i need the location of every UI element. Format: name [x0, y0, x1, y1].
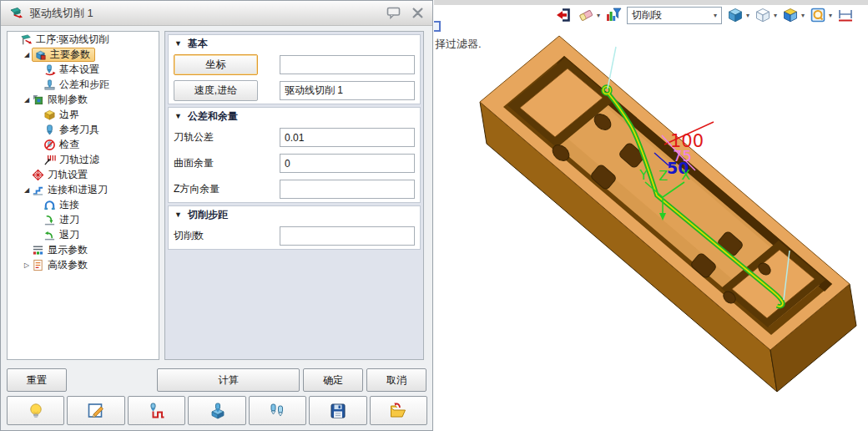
tree-item-边界[interactable]: 边界: [8, 107, 159, 122]
tree-item-content[interactable]: 边界: [43, 108, 82, 122]
tree-item-content[interactable]: 限制参数: [32, 93, 90, 107]
edit-display-button[interactable]: [67, 396, 124, 425]
tree-item-label: 连接和进退刀: [45, 183, 110, 197]
save-button[interactable]: [309, 396, 366, 425]
dialog-footer: 重置计算确定取消: [7, 368, 427, 392]
tree-item-content[interactable]: 参考刀具: [43, 123, 102, 137]
wireframe-cube-dropdown-caret[interactable]: ▾: [774, 12, 777, 19]
locate-tool[interactable]: [809, 6, 827, 24]
wireframe-cube-tool[interactable]: [754, 6, 772, 24]
tree-item-参考刀具[interactable]: 参考刀具: [8, 122, 159, 137]
tree-item-content[interactable]: 公差和步距: [43, 78, 112, 92]
expanded-arrow-icon[interactable]: ◢: [22, 96, 32, 104]
segment-type-dropdown[interactable]: 切削段▾: [627, 7, 722, 24]
tree-item-label: 主要参数: [48, 48, 93, 62]
axis-y-label: Y: [638, 167, 648, 183]
eraser-dropdown-caret[interactable]: ▾: [597, 12, 600, 19]
clipped-prompt-icon: [434, 21, 441, 32]
tree-item-content[interactable]: 工序:驱动线切削: [20, 33, 111, 47]
engage-icon: [43, 214, 56, 226]
tree-item-content[interactable]: 退刀: [43, 228, 82, 242]
collapse-triangle-icon[interactable]: ▼: [174, 39, 182, 48]
tree-item-content[interactable]: 显示参数: [32, 243, 90, 257]
tree-selection-highlight[interactable]: 主要参数: [32, 48, 95, 62]
feeds-speeds-input[interactable]: [280, 81, 415, 100]
operation-dialog: 驱动线切削 1 工序:驱动线切削◢主要参数基本设置公差和步距◢限制参数边界参考刀…: [0, 0, 433, 431]
tree-item-进刀[interactable]: 进刀: [8, 212, 159, 227]
eraser-icon: [578, 7, 594, 23]
graphics-viewport[interactable]: 100 75 50 Y Z X 择过滤器. ▾切削段▾▾▾▾▾: [434, 0, 868, 431]
part-3d-view[interactable]: 100 75 50 Y Z X: [434, 0, 868, 431]
boundary-icon: [43, 109, 56, 121]
collapsed-arrow-icon[interactable]: ▷: [22, 261, 32, 269]
tree-item-高级参数[interactable]: ▷高级参数: [8, 257, 159, 272]
tree-item-刀轨设置[interactable]: 刀轨设置: [8, 167, 159, 182]
ok-button[interactable]: 确定: [303, 368, 363, 392]
verify-toolpath-button[interactable]: [128, 396, 185, 425]
lightbulb-icon: [26, 401, 46, 421]
group-header[interactable]: ▼公差和余量: [169, 108, 420, 124]
close-icon[interactable]: [411, 8, 424, 18]
eraser-tool[interactable]: [577, 6, 595, 24]
expanded-arrow-icon[interactable]: ◢: [22, 51, 32, 58]
tree-item-工序:驱动线切削[interactable]: 工序:驱动线切削: [8, 32, 159, 47]
dialog-titlebar[interactable]: 驱动线切削 1: [1, 1, 432, 26]
tree-item-连接和进退刀[interactable]: ◢连接和进退刀: [8, 182, 159, 197]
tool-display-button[interactable]: [249, 396, 306, 425]
measure-icon: [837, 7, 854, 23]
section-cube-tool[interactable]: [781, 6, 800, 24]
group-header[interactable]: ▼基本: [169, 35, 420, 52]
simulate-3d-button[interactable]: [188, 396, 245, 425]
coordinates-button[interactable]: 坐标: [174, 54, 258, 75]
cut-count-label: 切削数: [174, 229, 204, 243]
collapse-triangle-icon[interactable]: ▼: [174, 112, 182, 120]
finish-tool[interactable]: [554, 6, 573, 24]
dialog-icon-toolbar: [7, 396, 427, 425]
tree-item-content[interactable]: 基本设置: [43, 63, 102, 77]
tree-item-公差和步距[interactable]: 公差和步距: [8, 77, 159, 92]
dialog-title: 驱动线切削 1: [30, 6, 376, 21]
reset-button[interactable]: 重置: [7, 368, 67, 392]
tree-item-content[interactable]: 连接: [43, 198, 82, 212]
color-filter-tool[interactable]: [604, 6, 623, 24]
tree-item-content[interactable]: 高级参数: [32, 258, 90, 272]
tree-item-显示参数[interactable]: 显示参数: [8, 242, 159, 257]
tree-item-刀轨过滤[interactable]: 刀轨过滤: [8, 152, 159, 167]
feeds-speeds-button[interactable]: 速度,进给: [174, 80, 258, 101]
finish-icon: [555, 7, 572, 23]
tree-item-content[interactable]: 进刀: [43, 213, 82, 227]
cut-count-input[interactable]: [280, 226, 415, 246]
cancel-button[interactable]: 取消: [366, 368, 426, 392]
collapse-triangle-icon[interactable]: ▼: [174, 210, 182, 219]
tree-item-label: 进刀: [57, 213, 82, 227]
tree-item-content[interactable]: 刀轨过滤: [43, 153, 102, 167]
tree-item-连接[interactable]: 连接: [8, 197, 159, 212]
tree-item-label: 限制参数: [45, 93, 90, 107]
tree-item-检查[interactable]: 检查: [8, 137, 159, 152]
tree-item-content[interactable]: 刀轨设置: [32, 168, 90, 182]
group-header[interactable]: ▼切削步距: [169, 206, 420, 223]
locate-dropdown-caret[interactable]: ▾: [829, 12, 832, 19]
tree-item-退刀[interactable]: 退刀: [8, 227, 159, 242]
comment-icon[interactable]: [386, 7, 401, 19]
tree-item-基本设置[interactable]: 基本设置: [8, 62, 159, 77]
calculate-button[interactable]: 计算: [157, 368, 300, 392]
z-stock-input[interactable]: [280, 180, 415, 199]
tree-item-content[interactable]: 检查: [43, 138, 82, 152]
section-cube-dropdown-caret[interactable]: ▾: [801, 12, 805, 19]
load-button[interactable]: [370, 396, 427, 425]
path-tolerance-input[interactable]: [280, 128, 415, 147]
measure-tool[interactable]: [836, 6, 855, 24]
view-toolbar: ▾切削段▾▾▾▾▾: [554, 6, 855, 24]
lightbulb-button[interactable]: [7, 396, 64, 425]
shaded-cube-tool[interactable]: [726, 6, 744, 24]
tree-item-label: 连接: [57, 198, 82, 212]
coordinates-input[interactable]: [280, 55, 415, 74]
shaded-cube-dropdown-caret[interactable]: ▾: [746, 12, 749, 19]
tree-item-content[interactable]: 连接和进退刀: [32, 183, 110, 197]
segment-dropdown-caret[interactable]: ▾: [714, 12, 717, 19]
expanded-arrow-icon[interactable]: ◢: [22, 186, 32, 194]
surface-stock-input[interactable]: [280, 154, 415, 173]
tree-item-主要参数[interactable]: ◢主要参数: [8, 47, 159, 62]
tree-item-限制参数[interactable]: ◢限制参数: [8, 92, 159, 107]
